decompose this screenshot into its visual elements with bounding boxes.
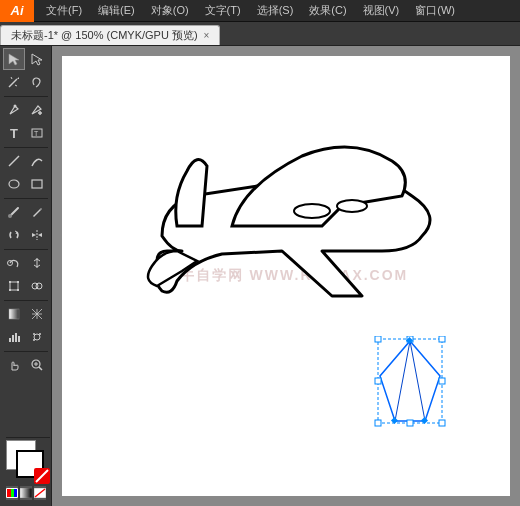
canvas-area[interactable]: 软牛自学网 WWW.RUJIAX.COM <box>52 46 520 506</box>
svg-rect-20 <box>17 289 19 291</box>
menu-window[interactable]: 窗口(W) <box>407 0 463 21</box>
svg-point-10 <box>9 180 19 188</box>
svg-line-47 <box>395 341 410 421</box>
menu-effect[interactable]: 效果(C) <box>301 0 354 21</box>
color-icon[interactable] <box>6 486 18 500</box>
warp-tool[interactable] <box>3 252 25 274</box>
none-swatch[interactable] <box>34 486 46 500</box>
svg-rect-55 <box>375 378 381 384</box>
svg-rect-39 <box>7 489 11 497</box>
svg-point-28 <box>34 334 40 340</box>
svg-point-29 <box>33 333 35 335</box>
svg-rect-56 <box>439 378 445 384</box>
separator-2 <box>4 147 48 148</box>
pencil-tool[interactable] <box>26 201 48 223</box>
svg-line-33 <box>39 367 42 370</box>
svg-rect-42 <box>20 488 32 498</box>
selection-tool[interactable] <box>3 48 25 70</box>
svg-point-22 <box>36 283 42 289</box>
symbol-sprayer-tool[interactable] <box>26 326 48 348</box>
svg-point-12 <box>8 214 12 218</box>
menu-view[interactable]: 视图(V) <box>355 0 408 21</box>
area-type-tool[interactable]: T <box>26 122 48 144</box>
width-tool[interactable] <box>26 252 48 274</box>
svg-rect-49 <box>378 339 442 423</box>
svg-rect-27 <box>18 336 20 342</box>
svg-point-45 <box>294 204 330 218</box>
menu-edit[interactable]: 编辑(E) <box>90 0 143 21</box>
canvas-white: 软牛自学网 WWW.RUJIAX.COM <box>62 56 510 496</box>
svg-rect-19 <box>9 289 11 291</box>
svg-rect-23 <box>9 309 19 319</box>
tabbar: 未标题-1* @ 150% (CMYK/GPU 预览) × <box>0 22 520 46</box>
graph-tool[interactable] <box>3 326 25 348</box>
gradient-swatch[interactable] <box>20 486 32 500</box>
airplane-illustration <box>102 96 462 376</box>
svg-line-9 <box>9 156 19 166</box>
pen-tool[interactable] <box>3 99 25 121</box>
svg-rect-16 <box>10 282 18 290</box>
svg-rect-51 <box>439 336 445 342</box>
color-swatches[interactable] <box>6 440 50 484</box>
svg-rect-57 <box>407 420 413 426</box>
svg-text:T: T <box>34 130 39 137</box>
gradient-tool[interactable] <box>3 303 25 325</box>
svg-rect-25 <box>12 335 14 342</box>
svg-rect-41 <box>14 489 17 497</box>
zoom-tool[interactable] <box>26 354 48 376</box>
separator-color <box>6 437 50 438</box>
svg-rect-52 <box>375 420 381 426</box>
separator-4 <box>4 249 48 250</box>
svg-rect-26 <box>15 333 17 342</box>
color-section <box>2 431 49 504</box>
none-indicator <box>34 468 50 484</box>
main-layout: T T <box>0 46 520 506</box>
hand-tool[interactable] <box>3 354 25 376</box>
svg-rect-50 <box>375 336 381 342</box>
separator-3 <box>4 198 48 199</box>
menu-select[interactable]: 选择(S) <box>249 0 302 21</box>
lasso-tool[interactable] <box>26 71 48 93</box>
type-tool[interactable]: T <box>3 122 25 144</box>
svg-rect-53 <box>439 420 445 426</box>
paintbrush-tool[interactable] <box>3 201 25 223</box>
svg-rect-18 <box>17 281 19 283</box>
menu-text[interactable]: 文字(T) <box>197 0 249 21</box>
svg-point-46 <box>337 200 367 212</box>
magic-wand-tool[interactable] <box>3 71 25 93</box>
rotate-tool[interactable] <box>3 224 25 246</box>
tab-close-button[interactable]: × <box>204 30 210 41</box>
svg-point-31 <box>33 339 35 341</box>
free-transform-tool[interactable] <box>3 275 25 297</box>
add-anchor-tool[interactable] <box>26 99 48 121</box>
svg-point-4 <box>14 105 17 108</box>
ellipse-tool[interactable] <box>3 173 25 195</box>
toolbar: T T <box>0 46 52 506</box>
menu-file[interactable]: 文件(F) <box>38 0 90 21</box>
document-tab[interactable]: 未标题-1* @ 150% (CMYK/GPU 预览) × <box>0 25 220 45</box>
selected-shape[interactable] <box>370 336 450 446</box>
svg-line-2 <box>11 77 12 79</box>
reflect-tool[interactable] <box>26 224 48 246</box>
rect-tool[interactable] <box>26 173 48 195</box>
menu-object[interactable]: 对象(O) <box>143 0 197 21</box>
svg-rect-40 <box>11 489 14 497</box>
arc-tool[interactable] <box>26 150 48 172</box>
separator-1 <box>4 96 48 97</box>
menu-items: 文件(F) 编辑(E) 对象(O) 文字(T) 选择(S) 效果(C) 视图(V… <box>34 0 463 21</box>
line-tool[interactable] <box>3 150 25 172</box>
svg-rect-11 <box>32 180 42 188</box>
shape-builder-tool[interactable] <box>26 275 48 297</box>
svg-rect-17 <box>9 281 11 283</box>
svg-line-3 <box>15 85 17 86</box>
menubar: Ai 文件(F) 编辑(E) 对象(O) 文字(T) 选择(S) 效果(C) 视… <box>0 0 520 22</box>
svg-line-48 <box>410 341 425 421</box>
ai-logo: Ai <box>0 0 34 22</box>
svg-rect-24 <box>9 338 11 342</box>
svg-point-30 <box>39 333 41 335</box>
svg-marker-1 <box>17 77 19 79</box>
direct-selection-tool[interactable] <box>26 48 48 70</box>
mesh-tool[interactable] <box>26 303 48 325</box>
separator-6 <box>4 351 48 352</box>
separator-5 <box>4 300 48 301</box>
